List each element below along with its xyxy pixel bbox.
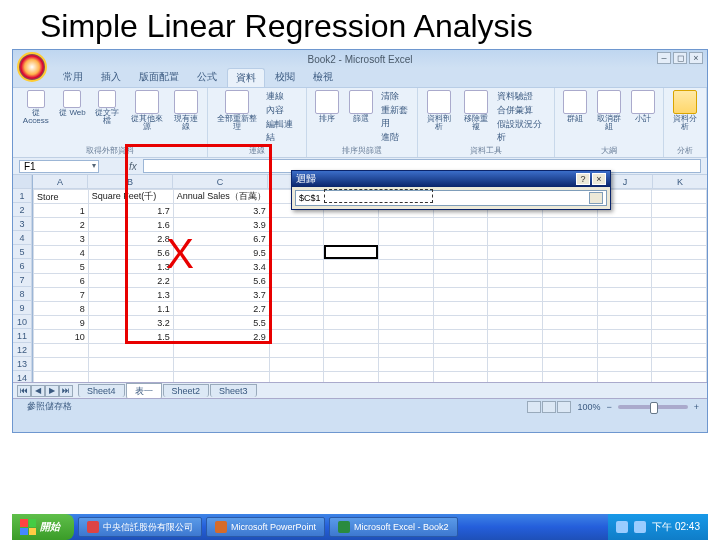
tab-nav[interactable]: ⏮◀▶⏭: [17, 385, 73, 397]
select-all-corner[interactable]: [13, 175, 32, 189]
clock: 下午 02:43: [652, 520, 700, 534]
row-header[interactable]: 6: [13, 259, 32, 273]
whatif-button[interactable]: 假設狀況分析: [497, 118, 548, 144]
group-label-datatools: 資料工具: [424, 144, 547, 156]
col-header[interactable]: B: [88, 175, 173, 189]
taskbar-item[interactable]: 中央信託股份有限公司: [78, 517, 202, 537]
col-header[interactable]: K: [653, 175, 707, 189]
row-header[interactable]: 4: [13, 231, 32, 245]
advanced-button[interactable]: 進階: [381, 131, 412, 144]
close-button[interactable]: ×: [689, 52, 703, 64]
sheet-tab[interactable]: Sheet3: [210, 384, 257, 397]
row-header[interactable]: 8: [13, 287, 32, 301]
connections-button[interactable]: 連線: [266, 90, 300, 103]
ungroup-button[interactable]: 取消群組: [595, 90, 623, 131]
consolidate-button[interactable]: 合併彙算: [497, 104, 548, 117]
data-validation-button[interactable]: 資料驗證: [497, 90, 548, 103]
group-label-conn: 連線: [214, 144, 299, 156]
tab-data[interactable]: 資料: [227, 68, 265, 87]
properties-button[interactable]: 內容: [266, 104, 300, 117]
group-label-sort: 排序與篩選: [313, 144, 412, 156]
ribbon: 從 Access 從 Web 從文字檔 從其他來源 現有連線 取得外部資料 全部…: [13, 87, 707, 157]
group-label-external: 取得外部資料: [19, 144, 201, 156]
zoom-slider[interactable]: [618, 405, 688, 409]
tab-insert[interactable]: 插入: [93, 68, 129, 87]
row-header[interactable]: 10: [13, 315, 32, 329]
tab-view[interactable]: 檢視: [305, 68, 341, 87]
status-mode: 參照儲存格: [27, 400, 72, 413]
reapply-button[interactable]: 重新套用: [381, 104, 412, 130]
tray-icon[interactable]: [634, 521, 646, 533]
row-header[interactable]: 12: [13, 343, 32, 357]
slide-title: Simple Linear Regression Analysis: [0, 0, 720, 49]
ribbon-tabs: 常用 插入 版面配置 公式 資料 校閱 檢視: [13, 68, 707, 87]
zoom-out-button[interactable]: −: [606, 402, 611, 412]
windows-logo-icon: [20, 519, 36, 535]
row-header[interactable]: 5: [13, 245, 32, 259]
group-button[interactable]: 群組: [561, 90, 589, 123]
row-header[interactable]: 3: [13, 217, 32, 231]
maximize-button[interactable]: ◻: [673, 52, 687, 64]
zoom-level[interactable]: 100%: [577, 402, 600, 412]
row-header[interactable]: 11: [13, 329, 32, 343]
group-label-outline: 大綱: [561, 144, 657, 156]
clear-button[interactable]: 清除: [381, 90, 412, 103]
col-header[interactable]: C: [173, 175, 268, 189]
row-headers: 1 2 3 4 5 6 7 8 9 10 11 12 13 14: [13, 175, 33, 397]
zoom-in-button[interactable]: +: [694, 402, 699, 412]
row-header[interactable]: 9: [13, 301, 32, 315]
excel-window: Book2 - Microsoft Excel – ◻ × 常用 插入 版面配置…: [12, 49, 708, 433]
view-buttons[interactable]: [527, 401, 571, 413]
subtotal-button[interactable]: 小計: [629, 90, 657, 123]
from-other-button[interactable]: 從其他來源: [128, 90, 165, 131]
dialog-close-button[interactable]: ×: [592, 173, 606, 185]
taskbar-item[interactable]: Microsoft PowerPoint: [206, 517, 325, 537]
col-header[interactable]: A: [33, 175, 88, 189]
filter-button[interactable]: 篩選: [347, 90, 375, 123]
from-text-button[interactable]: 從文字檔: [92, 90, 122, 125]
existing-conn-button[interactable]: 現有連線: [171, 90, 201, 131]
sheet-tab-bar: ⏮◀▶⏭ Sheet4 表一 Sheet2 Sheet3: [13, 382, 707, 398]
row-header[interactable]: 1: [13, 189, 32, 203]
status-bar: 參照儲存格 100% − +: [13, 398, 707, 414]
tab-formula[interactable]: 公式: [189, 68, 225, 87]
data-analysis-button[interactable]: 資料分析: [670, 90, 700, 131]
from-web-button[interactable]: 從 Web: [58, 90, 86, 117]
sort-button[interactable]: 排序: [313, 90, 341, 123]
row-header[interactable]: 7: [13, 273, 32, 287]
dialog-range-value: $C$1: [299, 193, 321, 203]
remove-dup-button[interactable]: 移除重複: [461, 90, 491, 131]
fx-icon[interactable]: fx: [129, 161, 143, 172]
tab-review[interactable]: 校閱: [267, 68, 303, 87]
group-label-analysis: 分析: [670, 144, 700, 156]
row-header[interactable]: 2: [13, 203, 32, 217]
start-button[interactable]: 開始: [12, 514, 74, 540]
from-access-button[interactable]: 從 Access: [19, 90, 52, 125]
dialog-range-input[interactable]: $C$1: [295, 190, 607, 206]
window-title: Book2 - Microsoft Excel: [307, 54, 412, 65]
minimize-button[interactable]: –: [657, 52, 671, 64]
tray-icon[interactable]: [616, 521, 628, 533]
range-picker-icon[interactable]: [589, 192, 603, 204]
window-controls[interactable]: – ◻ ×: [657, 52, 703, 64]
refresh-all-button[interactable]: 全部重新整理: [214, 90, 259, 131]
dialog-help-button[interactable]: ?: [576, 173, 590, 185]
tab-home[interactable]: 常用: [55, 68, 91, 87]
row-header[interactable]: 13: [13, 357, 32, 371]
office-button[interactable]: [17, 52, 47, 82]
sheet-tab-active[interactable]: 表一: [126, 383, 162, 399]
regression-dialog[interactable]: 迴歸 ? × $C$1: [291, 170, 611, 210]
tab-layout[interactable]: 版面配置: [131, 68, 187, 87]
edit-links-button[interactable]: 編輯連結: [266, 118, 300, 144]
cells-table[interactable]: StoreSquare Feet(千)Annual Sales（百萬） 11.7…: [33, 189, 707, 386]
system-tray[interactable]: 下午 02:43: [608, 514, 708, 540]
taskbar: 開始 中央信託股份有限公司 Microsoft PowerPoint Micro…: [12, 514, 708, 540]
text-to-columns-button[interactable]: 資料剖析: [424, 90, 454, 131]
sheet-tab[interactable]: Sheet2: [163, 384, 210, 397]
titlebar: Book2 - Microsoft Excel – ◻ ×: [13, 50, 707, 68]
dialog-title: 迴歸: [296, 172, 316, 186]
sheet-tab[interactable]: Sheet4: [78, 384, 125, 397]
name-box[interactable]: F1: [19, 160, 99, 173]
taskbar-item[interactable]: Microsoft Excel - Book2: [329, 517, 458, 537]
